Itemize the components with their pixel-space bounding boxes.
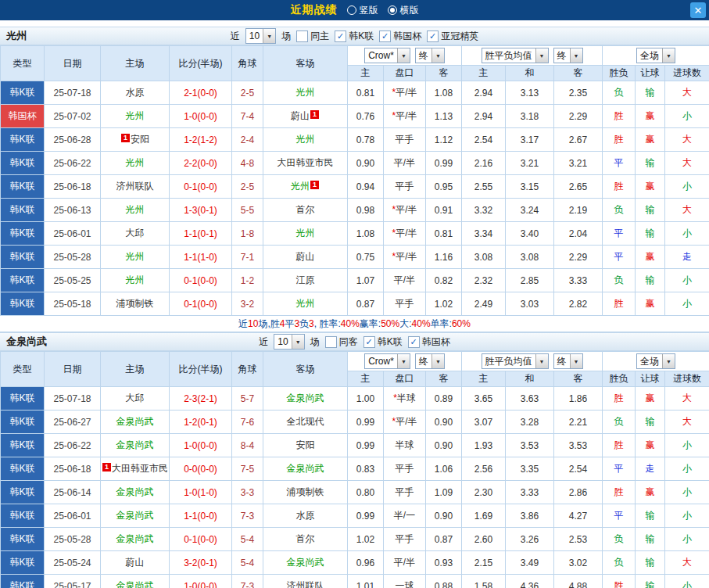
- result-handicap: 赢: [636, 128, 665, 152]
- home-team: 金泉尚武: [101, 434, 170, 457]
- avg-odds-away: 2.86: [554, 481, 603, 504]
- chevron-down-icon: ▼: [397, 354, 410, 368]
- column-subheader: 客: [426, 371, 462, 387]
- odds-away: 1.13: [426, 105, 462, 128]
- team-name: 金泉尚武: [116, 486, 154, 497]
- away-team: 金泉尚武: [263, 551, 348, 575]
- league-filter-checkbox[interactable]: ✓亚冠精英: [427, 30, 478, 43]
- same-venue-checkbox[interactable]: 同客: [325, 335, 358, 349]
- table-row: 韩K联25-06-13光州1-3(0-1)5-5首尔0.98*平/半0.913.…: [1, 199, 709, 222]
- bookmaker-select[interactable]: Crow*▼: [364, 48, 410, 63]
- home-team: 光州: [101, 269, 170, 292]
- avg-odds-home: 2.55: [462, 175, 506, 199]
- radio-icon: [347, 5, 356, 15]
- result-outcome: 平: [603, 504, 636, 528]
- match-score: 3-2(0-1): [170, 551, 232, 575]
- close-button[interactable]: ✕: [690, 2, 706, 18]
- match-score: 1-0(0-0): [170, 434, 232, 457]
- odds-away: 0.82: [426, 269, 462, 292]
- column-header: 角球: [232, 46, 263, 81]
- scope-select[interactable]: 全场▼: [636, 48, 675, 63]
- avg-stage-select[interactable]: 终▼: [553, 48, 583, 63]
- summary-segment: 近: [238, 317, 248, 331]
- avg-odds-away: 2.82: [554, 292, 603, 316]
- home-team: 金泉尚武: [101, 504, 170, 528]
- red-card-badge: 1: [310, 110, 319, 119]
- odds-stage-select[interactable]: 终▼: [415, 48, 445, 63]
- handicap-value: 一球: [384, 575, 426, 588]
- league-filter-checkbox[interactable]: ✓韩K联: [363, 335, 403, 349]
- layout-radio-竖版[interactable]: 竖版: [347, 4, 378, 17]
- avg-odds-away: 3.21: [554, 152, 603, 175]
- team-name: 首尔: [296, 533, 315, 544]
- match-score: 1-0(0-0): [170, 575, 232, 588]
- avg-odds-draw: 3.24: [506, 199, 554, 222]
- result-outcome: 负: [603, 81, 636, 105]
- avg-odds-home: 3.07: [462, 411, 506, 434]
- section-header: 金泉尚武近10▼场同客✓韩K联✓韩国杯: [0, 332, 709, 351]
- odds-header-group: Crow*▼终▼: [348, 46, 462, 66]
- match-score: 0-1(0-0): [170, 528, 232, 551]
- match-date: 25-06-27: [45, 411, 101, 434]
- avg-odds-away: 2.65: [554, 175, 603, 199]
- result-handicap: 输: [636, 81, 665, 105]
- same-venue-checkbox[interactable]: 同主: [296, 30, 329, 43]
- corner-score: 4-8: [232, 152, 263, 175]
- match-count-select[interactable]: 10▼: [245, 28, 276, 44]
- team-name: 金泉尚武: [287, 557, 324, 568]
- handicap-value: 平手: [384, 528, 426, 551]
- handicap-value: *平/半: [384, 246, 426, 269]
- odds-away: 0.90: [426, 504, 462, 528]
- odds-away: 1.12: [426, 128, 462, 152]
- result-goals: 大: [665, 152, 709, 175]
- odds-away: 1.16: [426, 246, 462, 269]
- match-count-select[interactable]: 10▼: [274, 334, 304, 350]
- avg-odds-away: 3.33: [554, 269, 603, 292]
- header-row-groups: 类型日期主场比分(半场)角球客场Crow*▼终▼胜平负均值▼终▼全场▼: [1, 352, 709, 371]
- team-name: 光州: [296, 228, 315, 238]
- section-header: 光州近10▼场同主✓韩K联✓韩国杯✓亚冠精英: [0, 27, 709, 45]
- select-value: 终: [554, 48, 570, 63]
- avg-odds-home: 2.60: [462, 528, 506, 551]
- league-filter-checkbox[interactable]: ✓韩国杯: [379, 30, 421, 43]
- team-name: 大田韩亚市民: [112, 463, 168, 474]
- column-header: 比分(半场): [170, 352, 232, 387]
- home-team: 金泉尚武: [101, 528, 170, 551]
- match-type: 韩K联: [1, 269, 45, 292]
- odds-home: 1.08: [348, 222, 384, 246]
- column-subheader: 进球数: [665, 371, 709, 387]
- radio-icon: [388, 5, 397, 15]
- league-filter-checkbox[interactable]: ✓韩国杯: [408, 335, 450, 349]
- odds-home: 0.98: [348, 199, 384, 222]
- table-head: 类型日期主场比分(半场)角球客场Crow*▼终▼胜平负均值▼终▼全场▼主盘口客主…: [1, 352, 709, 387]
- layout-radio-横版[interactable]: 横版: [388, 4, 419, 17]
- corner-score: 7-3: [232, 504, 263, 528]
- column-header: 客场: [263, 46, 348, 81]
- league-filter-checkbox[interactable]: ✓韩K联: [335, 30, 374, 43]
- bookmaker-select[interactable]: Crow*▼: [364, 353, 410, 369]
- result-goals: 小: [665, 105, 709, 128]
- avg-odds-draw: 3.03: [506, 292, 554, 316]
- odds-stage-select[interactable]: 终▼: [415, 353, 445, 369]
- home-team: 1安阳: [101, 128, 170, 152]
- radio-label: 竖版: [360, 4, 378, 17]
- chevron-down-icon: ▼: [662, 48, 675, 63]
- avg-type-select[interactable]: 胜平负均值▼: [482, 48, 549, 63]
- filter-controls: 近10▼场同主✓韩K联✓韩国杯✓亚冠精英: [231, 28, 478, 44]
- odds-home: 1.01: [348, 575, 384, 588]
- handicap-value: 平手: [384, 481, 426, 504]
- avg-type-select[interactable]: 胜平负均值▼: [482, 353, 549, 369]
- match-type: 韩K联: [1, 481, 45, 504]
- match-date: 25-06-13: [45, 199, 101, 222]
- column-subheader: 客: [554, 371, 603, 387]
- handicap-value: *平/半: [384, 222, 426, 246]
- handicap-text: 平/半: [396, 251, 417, 262]
- scope-header-group: 全场▼: [603, 46, 709, 66]
- team-name: 金泉尚武: [116, 439, 154, 450]
- match-type: 韩K联: [1, 575, 45, 588]
- avg-stage-select[interactable]: 终▼: [553, 353, 583, 369]
- away-team: 浦项制铁: [263, 481, 348, 504]
- scope-select[interactable]: 全场▼: [636, 353, 675, 369]
- avg-odds-home: 2.94: [462, 81, 506, 105]
- chevron-down-icon: ▼: [570, 354, 582, 368]
